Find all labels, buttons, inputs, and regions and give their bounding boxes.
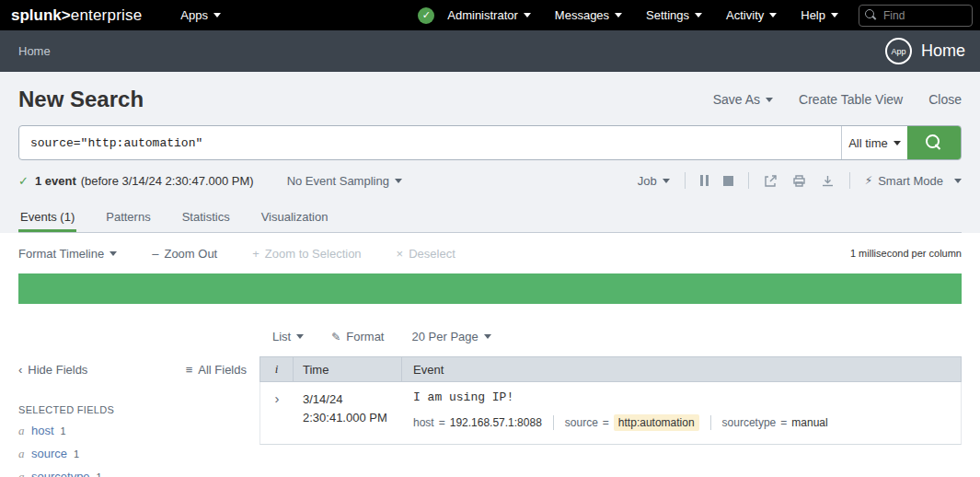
search-mode-menu[interactable]: ⚡ Smart Mode: [865, 174, 962, 188]
help-menu-label: Help: [801, 8, 825, 22]
create-table-view-button[interactable]: Create Table View: [799, 92, 903, 107]
divider: [710, 415, 711, 430]
pause-job-icon[interactable]: [700, 175, 709, 186]
per-page-menu[interactable]: 20 Per Page: [411, 330, 490, 343]
event-field-line: host = 192.168.57.1:8088 source = http:a…: [413, 414, 961, 431]
tab-patterns[interactable]: Patterns: [104, 204, 152, 232]
field-item-sourcetype[interactable]: a sourcetype 1: [18, 470, 247, 477]
field-count: 1: [61, 425, 66, 436]
field-item-source[interactable]: a source 1: [18, 447, 247, 461]
field-key: host: [413, 416, 434, 429]
chevron-down-icon: [615, 13, 622, 17]
field-name[interactable]: source: [31, 447, 67, 460]
settings-menu[interactable]: Settings: [646, 8, 702, 22]
chevron-down-icon: [296, 334, 304, 339]
chevron-down-icon: [831, 13, 838, 17]
time-range-picker[interactable]: All time: [841, 126, 907, 159]
field-name[interactable]: sourcetype: [31, 470, 90, 477]
export-download-icon[interactable]: [821, 174, 835, 188]
timeline-histogram-bar[interactable]: [18, 273, 962, 304]
header-actions: Save As Create Table View Close: [713, 92, 962, 107]
field-item-host[interactable]: a host 1: [18, 424, 247, 438]
search-query-input[interactable]: [19, 126, 841, 159]
field-key: source: [565, 416, 598, 429]
tab-events[interactable]: Events (1): [18, 204, 76, 232]
chevron-down-icon: [484, 334, 491, 339]
settings-menu-label: Settings: [646, 8, 689, 22]
job-menu-label: Job: [638, 174, 657, 188]
print-icon[interactable]: [792, 174, 806, 188]
field-type-icon: a: [18, 447, 31, 461]
app-title: Home: [921, 41, 965, 61]
find-search-box[interactable]: [859, 5, 973, 27]
zoom-out-button[interactable]: – Zoom Out: [152, 247, 217, 261]
top-nav-bar: splunk>enterprise Apps ✓ Administrator M…: [0, 0, 980, 30]
breadcrumb-home[interactable]: Home: [18, 44, 51, 58]
share-icon[interactable]: [764, 174, 778, 188]
administrator-menu[interactable]: Administrator: [447, 8, 531, 22]
job-done-check-icon: ✓: [18, 174, 29, 188]
divider: [849, 172, 850, 189]
splunk-logo[interactable]: splunk>enterprise: [11, 6, 142, 25]
logo-text-main: splunk: [11, 6, 62, 24]
format-results-label: Format: [346, 330, 384, 343]
apps-menu-label: Apps: [180, 8, 208, 22]
close-button[interactable]: Close: [928, 92, 962, 107]
column-header-info[interactable]: i: [260, 357, 294, 381]
job-menu[interactable]: Job: [638, 174, 670, 188]
list-view-menu[interactable]: List: [272, 330, 304, 343]
field-value[interactable]: manual: [791, 416, 827, 429]
deselect-button[interactable]: × Deselect: [397, 247, 455, 261]
raw-event-text: I am using IP!: [413, 390, 961, 404]
stop-job-icon[interactable]: [723, 176, 733, 186]
event-sampling-label: No Event Sampling: [287, 174, 389, 188]
tab-statistics[interactable]: Statistics: [180, 204, 232, 232]
all-fields-button[interactable]: ≡ All Fields: [186, 363, 247, 377]
event-timestamp: 2:30:41.000 PM: [303, 409, 402, 427]
help-menu[interactable]: Help: [801, 8, 838, 22]
event-sampling-menu[interactable]: No Event Sampling: [287, 174, 402, 188]
chevron-down-icon: [110, 251, 117, 256]
messages-menu[interactable]: Messages: [555, 8, 622, 22]
deselect-label: Deselect: [409, 247, 455, 261]
splunk-app-window: splunk>enterprise Apps ✓ Administrator M…: [0, 0, 980, 477]
zoom-to-selection-button[interactable]: + Zoom to Selection: [252, 247, 361, 261]
save-as-button[interactable]: Save As: [713, 92, 773, 107]
format-results-button[interactable]: ✎ Format: [331, 330, 384, 343]
status-check-icon[interactable]: ✓: [418, 7, 434, 24]
expand-event-chevron-icon[interactable]: ›: [260, 390, 294, 407]
chevron-down-icon: [663, 179, 670, 183]
app-badge-icon[interactable]: App: [885, 38, 912, 64]
field-value-highlighted[interactable]: http:automation: [614, 414, 699, 431]
field-value[interactable]: 192.168.57.1:8088: [450, 416, 542, 429]
divider: [748, 172, 749, 189]
tab-visualization[interactable]: Visualization: [259, 204, 330, 232]
equals-sign: =: [603, 416, 609, 429]
column-header-time[interactable]: Time: [294, 357, 402, 381]
fields-sidebar: ‹ Hide Fields ≡ All Fields SELECTED FIEL…: [18, 356, 259, 477]
divider: [553, 415, 554, 430]
zoom-out-label: Zoom Out: [164, 247, 217, 261]
events-table-header: i Time Event: [259, 356, 962, 382]
chevron-down-icon: [954, 179, 962, 183]
chevron-down-icon: [769, 13, 777, 17]
apps-menu[interactable]: Apps: [180, 8, 221, 22]
logo-text-sub: enterprise: [71, 6, 143, 24]
hide-fields-button[interactable]: ‹ Hide Fields: [18, 363, 87, 377]
page-title: New Search: [18, 87, 144, 112]
check-glyph: ✓: [422, 9, 431, 21]
activity-menu[interactable]: Activity: [726, 8, 777, 22]
column-header-event: Event: [402, 357, 961, 381]
event-field-host: host = 192.168.57.1:8088: [413, 416, 542, 429]
chevron-down-icon: [524, 13, 531, 17]
selected-fields-heading: SELECTED FIELDS: [18, 404, 247, 415]
find-input[interactable]: [883, 9, 966, 22]
divider: [685, 172, 686, 189]
results-body: ‹ Hide Fields ≡ All Fields SELECTED FIEL…: [18, 356, 962, 477]
search-submit-button[interactable]: [907, 126, 961, 159]
field-name[interactable]: host: [31, 424, 54, 437]
format-timeline-menu[interactable]: Format Timeline: [18, 247, 117, 261]
event-field-source: source = http:automation: [565, 414, 699, 431]
zoom-to-selection-label: Zoom to Selection: [265, 247, 362, 261]
search-mode-label: Smart Mode: [878, 174, 943, 188]
